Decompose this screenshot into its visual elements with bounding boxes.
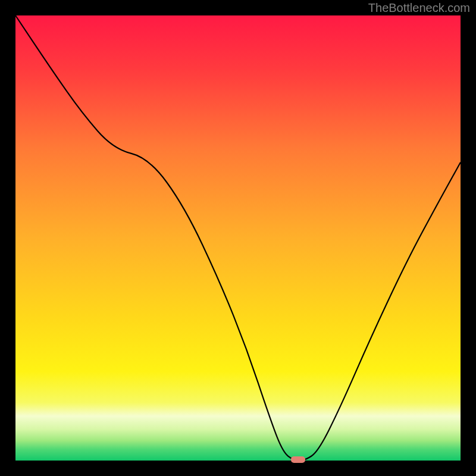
bottleneck-chart [0,0,476,476]
plot-background [15,15,461,461]
optimal-marker [291,456,305,463]
watermark-text: TheBottleneck.com [368,1,470,15]
chart-stage: TheBottleneck.com [0,0,476,476]
